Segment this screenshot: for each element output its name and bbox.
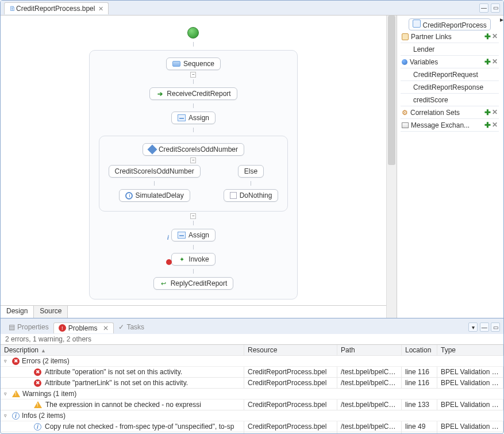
branch-condition-node[interactable]: CreditScoreIsOddNumber bbox=[109, 165, 201, 178]
tab-properties[interactable]: Properties bbox=[4, 322, 53, 332]
outline-section-variables[interactable]: Variables ✚✕ bbox=[401, 56, 499, 68]
properties-icon bbox=[9, 323, 15, 331]
wait-node[interactable]: SimulatedDelay bbox=[119, 189, 190, 202]
editor-tab-active[interactable]: 🗎 CreditReportProcess.bpel ✕ bbox=[4, 2, 109, 14]
close-icon[interactable]: ✕ bbox=[98, 5, 103, 13]
close-icon[interactable]: ✕ bbox=[103, 324, 109, 332]
scrollbar-thumb[interactable] bbox=[388, 16, 395, 165]
sort-asc-icon: ▲ bbox=[41, 348, 46, 354]
assign-node-1[interactable]: Assign bbox=[171, 112, 216, 124]
process-icon bbox=[413, 20, 421, 28]
editor-body: Sequence − ReceiveCreditReport bbox=[1, 16, 503, 318]
twisty-icon[interactable]: ▿ bbox=[4, 391, 10, 397]
problems-group[interactable]: ▿✖Errors (2 items) bbox=[1, 356, 503, 367]
receive-label: ReceiveCreditReport bbox=[167, 90, 230, 98]
outline-section-partner-links[interactable]: Partner Links ✚✕ bbox=[401, 30, 499, 43]
maximize-button[interactable]: ▭ bbox=[491, 3, 500, 13]
delete-icon[interactable]: ✕ bbox=[492, 108, 498, 117]
else-node[interactable]: Else bbox=[238, 165, 264, 178]
col-type[interactable]: Type bbox=[437, 345, 503, 355]
col-path[interactable]: Path bbox=[337, 345, 402, 355]
empty-label: DoNothing bbox=[240, 191, 272, 199]
twisty-icon[interactable]: ▿ bbox=[4, 358, 10, 364]
bpel-canvas[interactable]: Sequence − ReceiveCreditReport bbox=[1, 16, 386, 305]
problems-group[interactable]: ▿iInfos (2 items) bbox=[1, 410, 503, 421]
partner-links-label: Partner Links bbox=[411, 33, 484, 41]
delete-icon[interactable]: ✕ bbox=[492, 32, 498, 41]
collapse-toggle[interactable]: − bbox=[190, 72, 196, 78]
row-location: line 133 bbox=[402, 400, 437, 410]
problems-group[interactable]: ▿Warnings (1 item) bbox=[1, 389, 503, 400]
sequence-node[interactable]: Sequence bbox=[166, 57, 221, 70]
problems-table: Description▲ Resource Path Location Type… bbox=[1, 344, 503, 434]
canvas-scrollbar[interactable]: ▲ bbox=[386, 16, 397, 318]
outline-section-message-exchanges[interactable]: Message Exchan... ✚✕ bbox=[401, 119, 499, 132]
editor-mode-tabs: Design Source bbox=[1, 305, 386, 318]
minimize-button[interactable]: — bbox=[479, 3, 488, 13]
reply-node[interactable]: ReplyCreditReport bbox=[153, 277, 234, 290]
info-icon: i bbox=[34, 423, 41, 431]
row-description: Copy rule not checked - from-spec type-o… bbox=[45, 423, 234, 431]
row-type: BPEL Validation Marker bbox=[437, 421, 503, 432]
if-container[interactable]: CreditScoreIsOddNumber − CreditScoreIsOd… bbox=[99, 136, 288, 212]
table-row[interactable]: The expression in cannot be checked - no… bbox=[1, 400, 503, 410]
editor-window-controls: — ▭ bbox=[479, 3, 500, 13]
invoke-node[interactable]: Invoke bbox=[171, 253, 215, 266]
delete-icon[interactable]: ✕ bbox=[492, 121, 498, 129]
if-label: CreditScoreIsOddNumber bbox=[159, 145, 238, 153]
row-location: line 116 bbox=[402, 378, 437, 388]
minimize-button[interactable]: — bbox=[480, 322, 489, 332]
col-resource[interactable]: Resource bbox=[244, 345, 337, 355]
tab-problems[interactable]: !Problems✕ bbox=[53, 322, 114, 333]
outline-item-lender[interactable]: Lender bbox=[401, 43, 499, 56]
assign-node-2[interactable]: i Assign bbox=[171, 229, 216, 241]
outline-item-variable[interactable]: creditScore bbox=[401, 94, 499, 106]
outline-section-correlation[interactable]: Correlation Sets ✚✕ bbox=[401, 106, 499, 119]
outline-process[interactable]: CreditReportProcess bbox=[401, 18, 499, 30]
receive-node[interactable]: ReceiveCreditReport bbox=[149, 87, 237, 100]
table-header: Description▲ Resource Path Location Type bbox=[1, 345, 503, 356]
tasks-icon bbox=[118, 323, 124, 331]
tab-tasks[interactable]: Tasks bbox=[114, 322, 149, 332]
info-icon: i bbox=[12, 412, 20, 420]
clock-icon bbox=[125, 192, 133, 199]
start-node[interactable] bbox=[187, 27, 199, 39]
warning-icon bbox=[34, 401, 42, 408]
table-row[interactable]: ✖Attribute "partnerLink" is not set on t… bbox=[1, 378, 503, 389]
empty-node[interactable]: DoNothing bbox=[224, 189, 279, 202]
add-icon[interactable]: ✚ bbox=[484, 32, 491, 41]
receive-icon bbox=[156, 90, 164, 98]
if-icon bbox=[147, 145, 157, 155]
twisty-icon[interactable]: ▿ bbox=[4, 413, 10, 418]
outline-collapse-handle[interactable]: ▸ bbox=[500, 16, 503, 318]
tab-design[interactable]: Design bbox=[1, 306, 34, 318]
outline-item-variable[interactable]: CreditReportRequest bbox=[401, 68, 499, 81]
col-location[interactable]: Location bbox=[402, 345, 437, 355]
row-path: /test.bpel/bpelCon... bbox=[337, 367, 402, 377]
invoke-label: Invoke bbox=[188, 255, 209, 263]
delete-icon[interactable]: ✕ bbox=[492, 57, 498, 66]
group-label: Warnings (1 item) bbox=[22, 390, 76, 398]
collapse-toggle[interactable]: − bbox=[190, 158, 196, 163]
table-row[interactable]: iCopy rule not checked - from-spec type-… bbox=[1, 421, 503, 432]
table-row[interactable]: ✖Attribute "operation" is not set on thi… bbox=[1, 367, 503, 378]
problems-tabbar: Properties !Problems✕ Tasks ▾ — ▭ bbox=[1, 320, 503, 334]
add-icon[interactable]: ✚ bbox=[484, 57, 491, 66]
outline-item-variable[interactable]: CreditReportResponse bbox=[401, 81, 499, 94]
add-icon[interactable]: ✚ bbox=[484, 108, 491, 117]
sequence-container[interactable]: Sequence − ReceiveCreditReport bbox=[89, 50, 298, 299]
info-badge-icon: i bbox=[167, 235, 169, 241]
maximize-button[interactable]: ▭ bbox=[491, 322, 500, 332]
col-description[interactable]: Description▲ bbox=[1, 345, 244, 355]
assign-label-1: Assign bbox=[188, 114, 209, 122]
problems-window-controls: ▾ — ▭ bbox=[468, 322, 500, 332]
view-menu-button[interactable]: ▾ bbox=[468, 322, 478, 332]
row-location: line 49 bbox=[402, 421, 437, 432]
if-node[interactable]: CreditScoreIsOddNumber bbox=[143, 143, 244, 156]
error-icon: ✖ bbox=[34, 368, 41, 376]
collapse-toggle[interactable]: − bbox=[190, 213, 196, 219]
message-exchange-label: Message Exchan... bbox=[411, 121, 484, 129]
branch-else-label: Else bbox=[244, 167, 257, 175]
tab-source[interactable]: Source bbox=[34, 306, 68, 318]
add-icon[interactable]: ✚ bbox=[484, 121, 491, 129]
